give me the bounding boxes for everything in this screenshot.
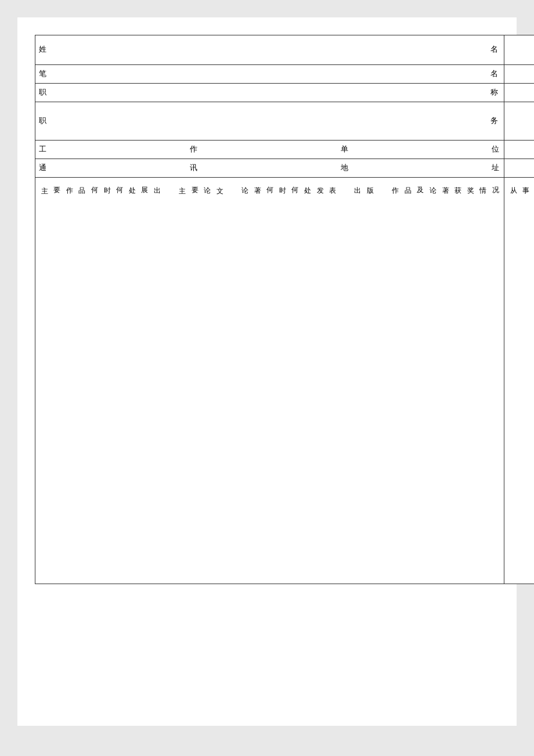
table-row: 姓 名 性 别 出 生 年 月 贴 照 片 处 — [35, 35, 535, 65]
workplace-label: 工作单位 — [35, 141, 504, 159]
page: 姓 名 性 别 出 生 年 月 贴 照 片 处 笔 名 籍 贯 党 派 职 称 … — [17, 17, 517, 726]
title-label: 职 称 — [35, 83, 504, 102]
table-row: 职 称 学 历 民 族 — [35, 83, 535, 102]
content-right-label: 从 事 书 法 教 育 编 辑 或 组 织 工 作 所 取 得 的 成 就 — [504, 178, 534, 584]
position-label: 职 务 — [35, 102, 504, 141]
position-value — [504, 102, 534, 141]
content-left-label: 主 要 作 品 何 时 何 处 展 出 主 要 论 文 论 著 何 时 何 处 … — [38, 181, 501, 183]
table-row: 笔 名 籍 贯 党 派 — [35, 64, 535, 83]
main-content-label: 主 要 作 品 何 时 何 处 展 出 主 要 论 文 论 著 何 时 何 处 … — [35, 178, 504, 584]
title-value — [504, 83, 534, 102]
name-value — [504, 35, 534, 65]
registration-form: 姓 名 性 别 出 生 年 月 贴 照 片 处 笔 名 籍 贯 党 派 职 称 … — [35, 35, 534, 584]
workplace-value — [504, 141, 534, 159]
content-right-text: 从 事 书 法 教 育 编 辑 或 组 织 工 作 所 取 得 的 成 就 — [507, 181, 534, 183]
address-value — [504, 159, 534, 178]
penname-value — [504, 64, 534, 83]
name-label: 姓 名 — [35, 35, 504, 65]
table-row-content: 主 要 作 品 何 时 何 处 展 出 主 要 论 文 论 著 何 时 何 处 … — [35, 178, 535, 584]
penname-label: 笔 名 — [35, 64, 504, 83]
table-row: 工作单位 邮 编 — [35, 141, 535, 159]
address-label: 通讯地址 — [35, 159, 504, 178]
table-row: 职 务 电 话 办公： 住宅： 手机： — [35, 102, 535, 141]
table-row: 通讯地址 邮 编 — [35, 159, 535, 178]
